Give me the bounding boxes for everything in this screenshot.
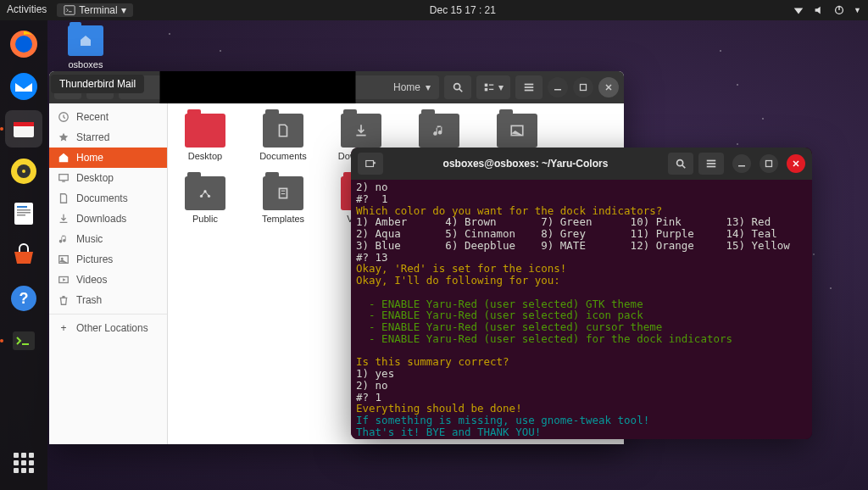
svg-rect-26	[525, 90, 534, 92]
svg-rect-27	[554, 89, 561, 91]
terminal-window: osboxes@osboxes: ~/Yaru-Colors 2) no #? …	[351, 148, 812, 439]
volume-icon	[813, 4, 825, 16]
desktop-home-folder[interactable]: osboxes	[68, 25, 103, 70]
app-menu-label: Terminal	[79, 4, 117, 16]
svg-text:?: ?	[19, 290, 29, 307]
activities-button[interactable]: Activities	[7, 3, 47, 17]
svg-rect-28	[581, 85, 587, 91]
dock-rhythmbox[interactable]	[5, 153, 42, 190]
sidebar-item-starred[interactable]: Starred	[49, 127, 167, 148]
svg-rect-41	[281, 193, 286, 194]
svg-rect-20	[485, 84, 488, 87]
sidebar-item-music[interactable]: Music	[49, 229, 167, 249]
folder-templates[interactable]: Templates	[256, 176, 310, 224]
svg-rect-30	[59, 175, 69, 181]
terminal-search-button[interactable]	[668, 153, 693, 175]
folder-desktop[interactable]: Desktop	[178, 114, 232, 161]
svg-rect-45	[707, 163, 716, 164]
dock-thunderbird[interactable]	[5, 68, 42, 105]
dock-tooltip: Thunderbird Mail	[51, 75, 144, 93]
sidebar-item-recent[interactable]: Recent	[49, 107, 167, 127]
svg-point-4	[15, 36, 32, 53]
svg-rect-7	[14, 122, 34, 126]
svg-rect-21	[485, 88, 488, 92]
sidebar-item-desktop[interactable]: Desktop	[49, 168, 167, 188]
svg-point-10	[22, 170, 25, 173]
chevron-down-icon: ▼	[854, 6, 861, 14]
new-tab-button[interactable]	[358, 153, 383, 175]
svg-rect-23	[489, 89, 493, 90]
sidebar-item-documents[interactable]: Documents	[49, 188, 167, 209]
chevron-down-icon[interactable]: ▾	[426, 81, 431, 93]
svg-rect-13	[17, 209, 31, 211]
desktop-icon-label: osboxes	[69, 59, 103, 70]
svg-rect-44	[707, 160, 716, 162]
minimize-button[interactable]	[548, 77, 568, 97]
network-icon	[793, 4, 804, 16]
files-sidebar: Recent Starred Home Desktop Documents Do…	[49, 103, 168, 444]
show-applications[interactable]	[5, 444, 42, 482]
dock-help[interactable]: ?	[5, 280, 42, 317]
sidebar-item-other-locations[interactable]: +Other Locations	[49, 318, 167, 338]
svg-rect-22	[489, 85, 493, 86]
svg-rect-24	[525, 84, 534, 86]
svg-rect-25	[525, 86, 534, 88]
terminal-icon	[64, 4, 75, 16]
view-options-button[interactable]: ▾	[476, 75, 510, 99]
svg-rect-40	[281, 191, 286, 192]
dock-software[interactable]	[5, 237, 42, 275]
folder-documents[interactable]: Documents	[256, 114, 310, 161]
svg-rect-48	[766, 161, 772, 167]
svg-rect-46	[707, 166, 716, 168]
svg-rect-12	[17, 206, 27, 208]
svg-point-43	[677, 160, 683, 166]
folder-public[interactable]: Public	[178, 176, 232, 224]
search-button[interactable]	[444, 75, 471, 99]
svg-rect-11	[14, 203, 33, 225]
maximize-button[interactable]	[573, 77, 593, 97]
dock: ?	[0, 20, 47, 490]
terminal-menu-button[interactable]	[698, 153, 724, 175]
sidebar-item-downloads[interactable]: Downloads	[49, 209, 167, 229]
path-bar[interactable]: Home ▾	[119, 75, 439, 99]
svg-rect-31	[62, 181, 65, 182]
terminal-titlebar[interactable]: osboxes@osboxes: ~/Yaru-Colors	[351, 148, 812, 180]
svg-rect-42	[366, 161, 374, 167]
clock[interactable]: Dec 15 17 : 21	[133, 4, 793, 16]
chevron-down-icon: ▾	[121, 4, 126, 16]
chevron-down-icon: ▾	[498, 81, 504, 93]
svg-point-5	[10, 73, 37, 100]
svg-rect-14	[17, 212, 31, 214]
terminal-output[interactable]: 2) no #? 1 Which color do you want for t…	[351, 180, 812, 439]
svg-point-19	[454, 84, 460, 90]
sidebar-item-trash[interactable]: Trash	[49, 290, 167, 310]
terminal-maximize-button[interactable]	[760, 154, 778, 173]
hamburger-menu-button[interactable]	[515, 75, 542, 99]
dock-libreoffice[interactable]	[5, 195, 42, 232]
svg-rect-18	[13, 331, 35, 350]
top-bar: Activities Terminal ▾ Dec 15 17 : 21 ▼	[0, 0, 868, 20]
path-segment: Home	[393, 81, 420, 93]
svg-rect-15	[17, 214, 25, 216]
svg-rect-2	[838, 6, 839, 10]
terminal-close-button[interactable]	[787, 154, 805, 173]
svg-rect-0	[64, 6, 75, 15]
dock-files[interactable]	[5, 110, 42, 148]
dock-terminal[interactable]	[5, 322, 42, 359]
app-menu[interactable]: Terminal ▾	[57, 3, 132, 17]
sidebar-item-pictures[interactable]: Pictures	[49, 249, 167, 270]
dock-firefox[interactable]	[5, 25, 42, 63]
close-button[interactable]	[598, 77, 619, 97]
terminal-prompt: osboxes@osboxes:~/Yaru-Colors$	[356, 438, 807, 440]
terminal-title: osboxes@osboxes: ~/Yaru-Colors	[388, 158, 663, 170]
svg-rect-47	[738, 165, 745, 167]
system-tray[interactable]: ▼	[793, 4, 861, 16]
terminal-minimize-button[interactable]	[732, 154, 751, 173]
sidebar-item-home[interactable]: Home	[49, 148, 167, 168]
sidebar-item-videos[interactable]: Videos	[49, 270, 167, 290]
power-icon	[833, 4, 845, 16]
